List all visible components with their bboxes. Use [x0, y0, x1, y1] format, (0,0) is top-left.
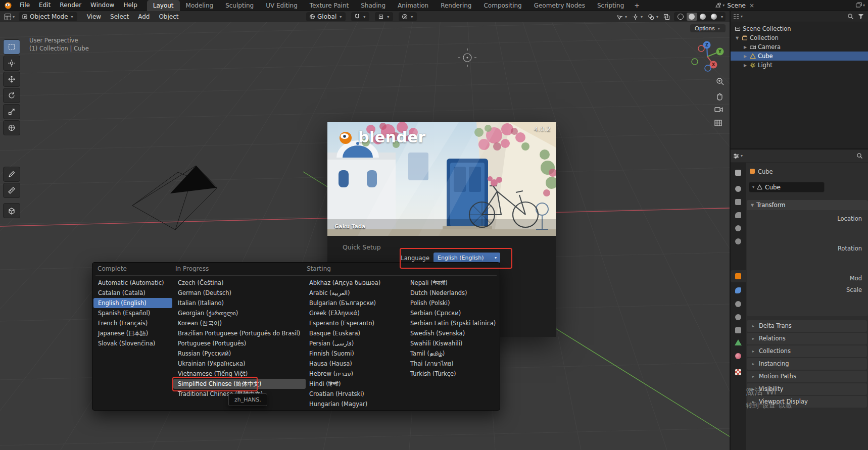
property-subpanel-header[interactable]: ▸ Instancing: [747, 358, 867, 370]
property-subpanel-header[interactable]: ▸ Relations: [747, 333, 867, 344]
language-menu-item[interactable]: Italian (Italiano): [173, 298, 306, 308]
navigation-gizmo[interactable]: Z Y X: [692, 41, 724, 72]
particle-properties-tab[interactable]: [732, 298, 745, 310]
language-menu-item[interactable]: Dutch (Nederlands): [406, 288, 500, 298]
language-menu-item[interactable]: French (Français): [93, 318, 172, 328]
add-workspace-button[interactable]: +: [630, 2, 644, 9]
property-subpanel-header[interactable]: ▸ Visibility: [747, 383, 867, 395]
language-menu-item[interactable]: Persian (فارسی): [305, 338, 405, 348]
camera-view-icon[interactable]: [715, 108, 722, 112]
workspace-tab[interactable]: Modeling: [180, 0, 220, 11]
language-menu-item[interactable]: Hebrew (עברית): [305, 369, 405, 379]
physics-properties-tab[interactable]: [732, 311, 745, 323]
select-box-tool[interactable]: [3, 39, 20, 55]
language-menu-item[interactable]: Georgian (ქართული): [173, 308, 306, 318]
topbar-menu-item[interactable]: File: [15, 0, 34, 11]
view-layer-icon[interactable]: [855, 2, 862, 9]
topbar-menu-item[interactable]: Edit: [34, 0, 55, 11]
property-subpanel-header[interactable]: ▸ Collections: [747, 345, 867, 357]
disclosure-triangle-icon[interactable]: ▼: [735, 36, 740, 40]
language-menu-item[interactable]: Korean (한국어): [173, 318, 306, 328]
language-menu-item[interactable]: Hungarian (Magyar): [305, 399, 405, 409]
language-menu-item[interactable]: Russian (Русский): [173, 348, 306, 359]
language-menu-item[interactable]: Hindi (हिन्दी): [305, 379, 405, 389]
scale-tool[interactable]: [3, 104, 20, 119]
proportional-editing-toggle[interactable]: ▾: [399, 12, 417, 21]
language-menu-item[interactable]: Serbian Latin (Srpski latinica): [406, 318, 500, 328]
tool-properties-tab[interactable]: [732, 167, 745, 179]
overlays-toggle[interactable]: ▾: [648, 14, 659, 20]
language-dropdown[interactable]: English (English) ▾: [433, 253, 500, 263]
axis-x-neg-ball[interactable]: [698, 45, 704, 52]
property-subpanel-header[interactable]: ▸ Delta Trans: [747, 320, 867, 332]
move-tool[interactable]: [3, 72, 20, 87]
language-menu-item[interactable]: English (English): [93, 298, 172, 308]
disclosure-triangle-icon[interactable]: ▶: [743, 45, 748, 49]
object-type-visibility[interactable]: ▾: [616, 14, 628, 20]
language-menu-item[interactable]: Japanese (日本語): [93, 328, 172, 338]
language-menu-item[interactable]: Czech (Čeština): [173, 278, 306, 288]
language-menu-item[interactable]: Hausa (Hausa): [305, 359, 405, 369]
render-properties-tab[interactable]: [732, 183, 745, 195]
workspace-tab[interactable]: UV Editing: [260, 0, 304, 11]
scene-icon[interactable]: [715, 2, 721, 9]
language-menu-item[interactable]: Swahili (Kiswahili): [406, 338, 500, 348]
scene-properties-tab[interactable]: [732, 222, 745, 234]
outliner-row-scene-collection[interactable]: Scene Collection: [730, 24, 868, 33]
language-menu-item[interactable]: Portuguese (Português): [173, 338, 306, 348]
language-menu-item[interactable]: Greek (Ελληνικά): [305, 308, 405, 318]
orientation-selector[interactable]: Global ▾: [306, 12, 346, 21]
outliner-row-collection[interactable]: ▼ Collection: [730, 33, 868, 42]
output-properties-tab[interactable]: [732, 196, 745, 208]
topbar-menu-item[interactable]: Window: [86, 0, 119, 11]
measure-tool[interactable]: [3, 183, 20, 198]
language-menu-item[interactable]: Swedish (Svenska): [406, 328, 500, 338]
object-data-properties-tab[interactable]: [732, 336, 745, 348]
cursor-tool[interactable]: [3, 56, 20, 71]
shading-wireframe-button[interactable]: [676, 13, 686, 21]
outliner-row-light[interactable]: ▶ Light: [730, 61, 868, 70]
mode-selector[interactable]: Object Mode ▾: [19, 12, 77, 21]
viewport-menu-item[interactable]: Object: [154, 11, 183, 22]
move-view-hand-icon[interactable]: [717, 94, 722, 101]
modifier-properties-tab[interactable]: [732, 284, 745, 296]
material-properties-tab[interactable]: [732, 350, 745, 362]
properties-editor-type-button[interactable]: ▾: [733, 153, 744, 160]
outliner-editor-type-button[interactable]: ▾: [733, 13, 744, 20]
workspace-tab[interactable]: Texture Paint: [304, 0, 355, 11]
shading-material-button[interactable]: [698, 13, 708, 21]
light-gizmo[interactable]: [458, 48, 476, 67]
language-menu-item[interactable]: Slovak (Slovenčina): [93, 338, 172, 348]
language-menu-item[interactable]: Basque (Euskara): [305, 328, 405, 338]
viewport-menu-item[interactable]: Select: [106, 11, 133, 22]
language-menu-item[interactable]: Tamil (தமிழ்): [406, 348, 500, 359]
language-menu-item[interactable]: Serbian (Српски): [406, 308, 500, 318]
language-menu-item[interactable]: Turkish (Türkçe): [406, 369, 500, 379]
workspace-tab[interactable]: Shading: [355, 0, 392, 11]
scene-name[interactable]: Scene: [727, 2, 746, 9]
workspace-tab[interactable]: Animation: [392, 0, 435, 11]
workspace-tab[interactable]: Rendering: [435, 0, 477, 11]
workspace-tab[interactable]: Geometry Nodes: [528, 0, 591, 11]
blender-logo-icon[interactable]: [4, 2, 12, 10]
language-menu-item[interactable]: German (Deutsch): [173, 288, 306, 298]
editor-type-button[interactable]: ▾: [4, 13, 16, 21]
object-properties-tab[interactable]: [731, 270, 746, 282]
unlink-scene-icon[interactable]: ×: [749, 2, 754, 9]
chevron-down-icon[interactable]: ▾: [722, 3, 725, 8]
outliner-row-camera[interactable]: ▶ Camera: [730, 42, 868, 52]
gizmos-toggle[interactable]: ▾: [632, 14, 644, 20]
viewport-menu-item[interactable]: View: [82, 11, 106, 22]
viewport-menu-item[interactable]: Add: [133, 11, 154, 22]
shading-solid-button[interactable]: [687, 13, 697, 21]
options-button[interactable]: Options ▾: [690, 24, 726, 32]
transform-tool[interactable]: [3, 120, 20, 135]
language-menu-item[interactable]: Catalan (Català): [93, 288, 172, 298]
add-cube-tool[interactable]: [3, 203, 20, 218]
world-properties-tab[interactable]: [732, 235, 745, 247]
language-menu-item[interactable]: Simplified Chinese (简体中文): [173, 379, 306, 389]
language-menu-item[interactable]: Bulgarian (Български): [305, 298, 405, 308]
outliner-row-cube[interactable]: ▶ Cube: [730, 52, 868, 61]
filter-icon[interactable]: [858, 14, 864, 19]
language-menu-item[interactable]: Esperanto (Esperanto): [305, 318, 405, 328]
